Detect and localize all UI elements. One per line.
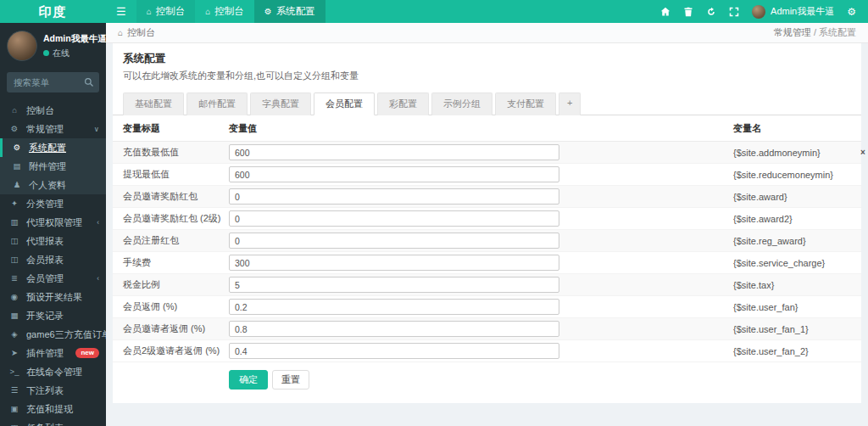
- breadcrumb[interactable]: ⌂ 控制台: [118, 26, 155, 39]
- sidebar-item-online-command[interactable]: >_在线命令管理: [0, 362, 106, 381]
- sidebar-item-game6-recharge-order[interactable]: ◈game6三方充值订单: [0, 325, 106, 344]
- sidebar-toggle-icon[interactable]: ☰: [106, 0, 136, 23]
- sidebar-item-lottery-record[interactable]: ▦开奖记录: [0, 306, 106, 325]
- sidebar-submenu: ⚙系统配置▤附件管理♟个人资料: [0, 138, 106, 194]
- agents-icon: ▥: [8, 217, 20, 227]
- sidebar-item-bet-list[interactable]: ☰下注列表: [0, 381, 106, 400]
- config-row: 提现最低值{$site.reducemoneymin}: [113, 164, 861, 186]
- tab-email[interactable]: 邮件配置: [186, 92, 248, 115]
- avatar: [752, 5, 765, 19]
- sidebar-item-label: 分类管理: [26, 199, 64, 209]
- sidebar-item-label: 会员报表: [26, 255, 64, 265]
- sidebar-item-system-config[interactable]: ⚙系统配置: [0, 138, 106, 157]
- config-value-input[interactable]: [229, 343, 559, 359]
- sidebar-item-plugin-manage[interactable]: ➤插件管理new: [0, 344, 106, 362]
- config-row-label: 会员邀请奖励红包 (2级): [123, 212, 229, 225]
- search-icon[interactable]: [84, 77, 94, 87]
- sidebar-item-attachment-manage[interactable]: ▤附件管理: [0, 157, 106, 176]
- sidebar-item-dashboard[interactable]: ⌂控制台: [0, 101, 106, 120]
- gear-icon[interactable]: ⚙: [847, 6, 856, 18]
- page-subtitle: 可以在此增改系统的变量和分组,也可以自定义分组和变量: [123, 70, 851, 82]
- attachment-icon: ▤: [11, 161, 23, 171]
- sidebar-item-label: 插件管理: [26, 348, 64, 358]
- topbar-user-menu[interactable]: Admin我最牛逼: [752, 5, 834, 19]
- breadcrumb-current: 系统配置: [819, 27, 856, 37]
- dashboard-icon: ⌂: [147, 7, 152, 16]
- topnav-tab-system-config[interactable]: ⚙系统配置: [254, 0, 326, 23]
- tab-example-group[interactable]: 示例分组: [431, 92, 492, 115]
- sidebar: Admin我最牛逼 在线 ⌂控制台⚙常规管理∨⚙系统配置▤附件管理♟个人资料✦分…: [0, 23, 106, 426]
- preset-result-icon: ◉: [8, 292, 20, 302]
- topnav-tab-dashboard-1[interactable]: ⌂控制台: [136, 0, 196, 23]
- gear-icon: ⚙: [11, 143, 23, 153]
- sidebar-item-profile[interactable]: ♟个人资料: [0, 176, 106, 194]
- config-value-input[interactable]: [229, 233, 559, 249]
- breadcrumb-separator: /: [814, 27, 816, 37]
- tab-dictionary[interactable]: 字典配置: [250, 92, 311, 115]
- config-row-label: 会员注册红包: [123, 234, 229, 247]
- config-value-input[interactable]: [229, 210, 559, 227]
- fullscreen-icon[interactable]: [729, 7, 739, 17]
- dashboard-icon: ⌂: [205, 7, 210, 16]
- config-value-input[interactable]: [229, 166, 559, 182]
- sidebar-item-label: 会员管理: [26, 273, 64, 283]
- sidebar-item-general-manage[interactable]: ⚙常规管理∨: [0, 120, 106, 138]
- sidebar-item-member-manage[interactable]: ≣会员管理‹: [0, 269, 106, 288]
- sidebar-item-label: game6三方充值订单: [26, 329, 106, 339]
- config-value-input[interactable]: [229, 299, 559, 315]
- config-row-var-name: {$site.user_fan_2}: [733, 346, 860, 356]
- config-value-input[interactable]: [229, 321, 559, 337]
- reset-button[interactable]: 重置: [272, 370, 309, 390]
- config-value-input[interactable]: [229, 144, 559, 160]
- table-header-row: 变量标题 变量值 变量名: [113, 115, 861, 142]
- breadcrumb-group-link[interactable]: 常规管理: [774, 27, 811, 37]
- config-row-var-name: {$site.user_fan}: [733, 302, 860, 312]
- config-row-value-cell: [229, 321, 559, 337]
- sidebar-item-member-report[interactable]: ◫会员报表: [0, 250, 106, 269]
- close-icon[interactable]: ×: [860, 148, 865, 157]
- app-logo[interactable]: 印度: [0, 0, 106, 23]
- sidebar-item-label: 个人资料: [29, 180, 66, 190]
- report-icon: ◫: [8, 236, 20, 246]
- sidebar-item-agent-report[interactable]: ◫代理报表: [0, 232, 106, 250]
- tab-payment[interactable]: 支付配置: [495, 92, 556, 115]
- sidebar-item-task-list[interactable]: ◫任务列表: [0, 418, 106, 426]
- main-area: ⌂ 控制台 常规管理 / 系统配置 系统配置 可以在此增改系统的变量和分组,也可…: [106, 23, 868, 426]
- config-row-value-cell: [229, 299, 559, 315]
- config-row-var-name: {$site.addmoneymin}: [733, 148, 860, 158]
- config-row-value-cell: [229, 188, 559, 205]
- topbar-nav-tabs: ⌂控制台⌂控制台⚙系统配置: [136, 0, 326, 23]
- sidebar-item-label: 附件管理: [29, 161, 66, 171]
- sidebar-item-label: 控制台: [26, 105, 54, 115]
- form-actions: 确定 重置: [113, 362, 861, 403]
- tab-add-button[interactable]: +: [559, 92, 581, 115]
- sidebar-item-recharge-withdraw[interactable]: ▣充值和提现: [0, 400, 106, 418]
- sidebar-item-agent-permission-manage[interactable]: ▥代理权限管理‹: [0, 213, 106, 232]
- content-area: 系统配置 可以在此增改系统的变量和分组,也可以自定义分组和变量 基础配置邮件配置…: [106, 43, 868, 426]
- sidebar-item-label: 代理报表: [26, 236, 64, 246]
- column-header-name: 变量名: [733, 122, 761, 135]
- config-row: 会员邀请奖励红包 (2级){$site.award2}: [113, 208, 861, 230]
- members-icon: ≣: [8, 273, 20, 283]
- refresh-icon[interactable]: [706, 7, 716, 17]
- sidebar-user-panel: Admin我最牛逼 在线: [0, 23, 106, 67]
- breadcrumb-bar: ⌂ 控制台 常规管理 / 系统配置: [106, 23, 868, 43]
- tab-lottery[interactable]: 彩配置: [377, 92, 429, 115]
- config-row-var-name: {$site.user_fan_1}: [733, 324, 860, 334]
- config-row: 手续费{$site.service_charge}: [113, 252, 861, 274]
- topnav-tab-dashboard-2[interactable]: ⌂控制台: [195, 0, 254, 23]
- config-row-label: 会员2级邀请者返佣 (%): [123, 345, 229, 357]
- config-value-input[interactable]: [229, 188, 559, 205]
- trash-icon[interactable]: [683, 7, 693, 17]
- tab-member[interactable]: 会员配置: [314, 92, 375, 115]
- breadcrumb-right: 常规管理 / 系统配置: [774, 26, 856, 39]
- config-value-input[interactable]: [229, 255, 559, 271]
- sidebar-item-label: 任务列表: [26, 423, 64, 426]
- tab-basic[interactable]: 基础配置: [123, 92, 184, 115]
- sidebar-item-preset-lottery-result[interactable]: ◉预设开奖结果: [0, 288, 106, 306]
- config-value-input[interactable]: [229, 277, 559, 293]
- submit-button[interactable]: 确定: [229, 370, 268, 390]
- home-icon[interactable]: [660, 7, 670, 17]
- config-row-var-name: {$site.tax}: [733, 280, 860, 290]
- sidebar-item-category-manage[interactable]: ✦分类管理: [0, 194, 106, 213]
